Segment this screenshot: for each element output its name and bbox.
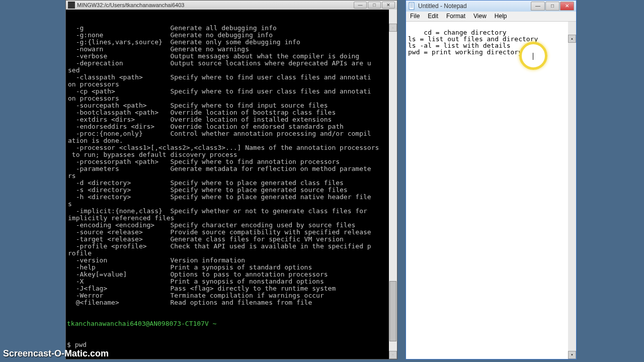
scroll-thumb[interactable]: [389, 281, 396, 341]
terminal-output-line: -target <release> Generate class files f…: [68, 236, 396, 243]
terminal-title: MINGW32:/c/Users/tkanchanawanchai6403: [77, 2, 354, 8]
terminal-output-line: -s <directory> Specify where to place ge…: [68, 187, 396, 194]
terminal-output-line: ation is done.: [68, 137, 396, 144]
notepad-window: Untitled - Notepad — □ ✕ File Edit Forma…: [406, 0, 577, 359]
terminal-output-line: -X Print a synopsis of nonstandard optio…: [68, 278, 396, 285]
terminal-output-line: sed: [68, 67, 396, 74]
terminal-output-line: -processor <class1>[,<class2>,<class3>..…: [68, 144, 396, 151]
menu-help[interactable]: Help: [491, 12, 511, 21]
terminal-output-line: -g:none Generate no debugging info: [68, 32, 396, 39]
menu-edit[interactable]: Edit: [424, 12, 442, 21]
terminal-output-line: -implicit:{none,class} Specify whether o…: [68, 208, 396, 215]
terminal-output-line: -g Generate all debugging info: [68, 25, 396, 32]
menu-format[interactable]: Format: [442, 12, 469, 21]
terminal-output-line: -cp <path> Specify where to find user cl…: [68, 88, 396, 95]
terminal-titlebar[interactable]: MINGW32:/c/Users/tkanchanawanchai6403 — …: [66, 1, 397, 10]
terminal-output-line: -extdirs <dirs> Override location of ins…: [68, 116, 396, 123]
terminal-output-line: -g:{lines,vars,source} Generate only som…: [68, 39, 396, 46]
text-cursor-icon: [533, 53, 533, 60]
terminal-output-line: -parameters Generate metadata for reflec…: [68, 165, 396, 172]
terminal-output-line: -Werror Terminate compilation if warning…: [68, 292, 396, 299]
terminal-icon: [68, 2, 75, 9]
terminal-output-line: implicitly referenced files: [68, 215, 396, 222]
terminal-output-line: -encoding <encoding> Specify character e…: [68, 222, 396, 229]
terminal-output-line: -processorpath <path> Specify where to f…: [68, 158, 396, 165]
notepad-textarea[interactable]: cd = change directory ls = list out file…: [406, 22, 576, 359]
terminal-output-line: to run; bypasses default discovery proce…: [68, 151, 396, 158]
close-button[interactable]: ✕: [382, 2, 395, 9]
menu-view[interactable]: View: [469, 12, 491, 21]
maximize-button[interactable]: □: [545, 2, 559, 11]
terminal-output-line: on processors: [68, 95, 396, 102]
terminal-output-line: -verbose Output messages about what the …: [68, 53, 396, 60]
notepad-titlebar[interactable]: Untitled - Notepad — □ ✕: [406, 1, 576, 12]
terminal-scrollbar[interactable]: ▴ ▾: [389, 10, 397, 359]
maximize-button[interactable]: □: [368, 2, 381, 9]
terminal-output-line: rofile: [68, 250, 396, 257]
terminal-output-line: -version Version information: [68, 257, 396, 264]
terminal-output-line: -proc:{none,only} Control whether annota…: [68, 130, 396, 137]
terminal-content[interactable]: -g Generate all debugging info -g:none G…: [66, 10, 397, 359]
scroll-up-arrow[interactable]: ▴: [389, 24, 397, 32]
notepad-menubar: File Edit Format View Help: [406, 12, 576, 22]
terminal-output-line: s: [68, 201, 396, 208]
terminal-output-line: -deprecation Output source locations whe…: [68, 60, 396, 67]
menu-file[interactable]: File: [406, 12, 424, 21]
scroll-up-arrow[interactable]: ▴: [568, 35, 576, 43]
terminal-output-line: -classpath <path> Specify where to find …: [68, 74, 396, 81]
notepad-text: cd = change directory ls = list out file…: [408, 29, 538, 56]
terminal-output-line: -endorseddirs <dirs> Override location o…: [68, 123, 396, 130]
notepad-scrollbar[interactable]: ▴ ▾: [568, 22, 576, 359]
terminal-output-line: -profile <profile> Check that API used i…: [68, 243, 396, 250]
terminal-output-line: -J<flag> Pass <flag> directly to the run…: [68, 285, 396, 292]
terminal-output-line: @<filename> Read options and filenames f…: [68, 299, 396, 306]
annotation-highlight-circle: [519, 42, 547, 70]
notepad-window-controls: — □ ✕: [530, 2, 574, 11]
svg-rect-0: [409, 3, 414, 10]
minimize-button[interactable]: —: [531, 2, 545, 11]
terminal-output-line: -help Print a synopsis of standard optio…: [68, 264, 396, 271]
terminal-output-line: -d <directory> Specify where to place ge…: [68, 179, 396, 187]
command-line: $ pwd: [67, 341, 396, 348]
prompt-line: tkanchanawanchai6403@AN098073-CT107V ~: [67, 320, 216, 327]
terminal-output-line: -h <directory> Specify where to place ge…: [68, 194, 396, 201]
terminal-output-line: -sourcepath <path> Specify where to find…: [68, 102, 396, 109]
close-button[interactable]: ✕: [560, 2, 574, 11]
terminal-window: MINGW32:/c/Users/tkanchanawanchai6403 — …: [65, 0, 397, 359]
terminal-window-controls: — □ ✕: [354, 2, 395, 9]
notepad-icon: [408, 2, 416, 10]
terminal-output-line: rs: [68, 172, 396, 179]
terminal-output-line: -source <release> Provide source compati…: [68, 229, 396, 236]
terminal-output-line: -Akey[=value] Options to pass to annotat…: [68, 271, 396, 278]
terminal-output-line: -nowarn Generate no warnings: [68, 46, 396, 53]
notepad-title: Untitled - Notepad: [418, 3, 530, 10]
terminal-output-line: -bootclasspath <path> Override location …: [68, 109, 396, 116]
minimize-button[interactable]: —: [354, 2, 367, 9]
watermark: Screencast-O-Matic.com: [3, 348, 109, 359]
scroll-down-arrow[interactable]: ▾: [389, 351, 397, 359]
terminal-output-line: on processors: [68, 81, 396, 88]
scroll-down-arrow[interactable]: ▾: [568, 351, 576, 359]
